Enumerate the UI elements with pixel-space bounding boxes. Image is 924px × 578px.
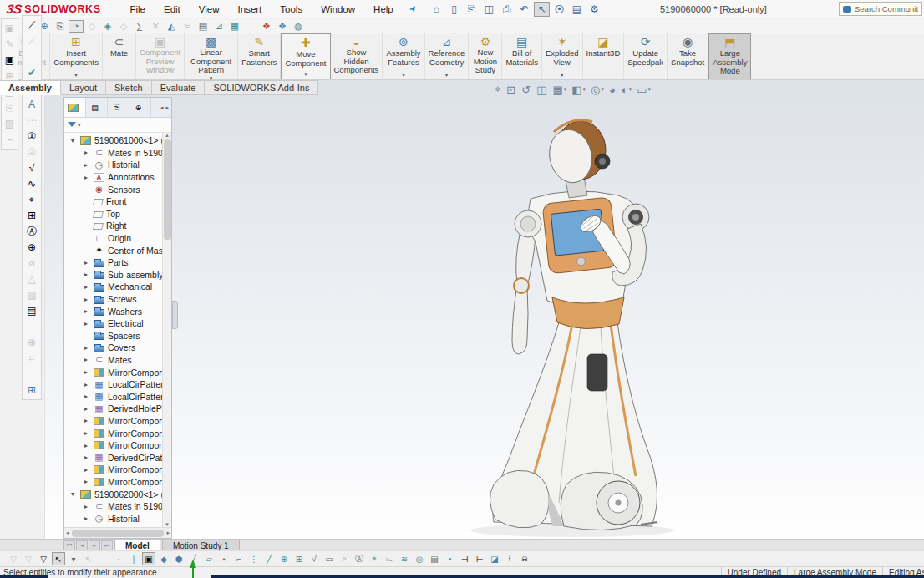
expand-arrow-icon[interactable]: ▸ (84, 283, 94, 291)
tree-item[interactable]: ▸ A Annotations (64, 171, 171, 184)
expand-arrow-icon[interactable]: ▸ (84, 503, 94, 510)
expand-arrow-icon[interactable]: ▸ (84, 271, 94, 278)
datum-feature-icon[interactable]: Ⓐ (24, 224, 40, 239)
search-community-box[interactable]: Search Community (839, 2, 922, 16)
expand-arrow-icon[interactable]: ▸ (84, 296, 94, 303)
tree-item[interactable]: ▸ ▦ DerivedCirPatte (64, 451, 171, 464)
command-button[interactable]: ⊂ Mate (103, 33, 136, 79)
zoom-to-area-icon[interactable]: ⊡ (506, 84, 516, 96)
command-button[interactable]: ✎ Smart Fasteners (238, 33, 281, 79)
note-box-icon[interactable]: ▣ (2, 21, 18, 36)
command-button[interactable]: ▣ Component Preview Window (136, 33, 185, 79)
tree-item[interactable]: Right (64, 220, 171, 232)
view-orientation-icon[interactable]: ▦▾ (552, 84, 566, 96)
expand-arrow-icon[interactable]: ▸ (84, 307, 94, 315)
tree-horizontal-scrollbar[interactable]: ◂ ▸ (64, 527, 171, 538)
expand-arrow-icon[interactable]: ▸ (84, 149, 94, 156)
tree-item[interactable]: ▸ MirrorCompone (64, 427, 171, 439)
menu-item[interactable]: Tools (271, 0, 312, 18)
compare-icon[interactable]: ≍ (180, 20, 195, 33)
expand-arrow-icon[interactable]: ▸ (84, 381, 94, 388)
tree-item[interactable]: ▾ 5190061000<1> (0< (64, 134, 171, 147)
print-icon[interactable]: ⎙ (499, 2, 515, 17)
select-cursor-icon[interactable]: ↖ (534, 2, 550, 17)
mass-properties-icon[interactable]: ◭ (164, 20, 179, 33)
scroll-up-icon[interactable]: ▲ (165, 133, 170, 138)
undo-icon[interactable]: ↶ (516, 2, 532, 17)
menu-item[interactable]: Window (312, 0, 364, 18)
filter-pipe-points-icon[interactable]: ⍿ (503, 552, 516, 565)
previous-button[interactable]: ◂ (76, 540, 88, 550)
scrollbar-thumb[interactable] (164, 139, 171, 240)
filter-vertices-icon[interactable]: · (112, 552, 125, 565)
filter-edges-icon[interactable]: ∣ (127, 552, 140, 565)
note-active-icon[interactable]: ▣ (2, 53, 18, 68)
command-button[interactable]: ▤ Bill of Materials (502, 33, 542, 79)
filter-midpoints-icon[interactable]: ⋮ (247, 552, 261, 565)
hole-callout-icon[interactable]: ⌖ (24, 192, 40, 207)
command-button[interactable]: ✶ Exploded View ▾ (542, 33, 583, 79)
filter-caret-icon[interactable]: ▾ (78, 122, 81, 129)
tree-item[interactable]: ▸ MirrorCompone (64, 366, 171, 378)
scroll-left-icon[interactable]: ◂ (66, 530, 69, 536)
tree-item[interactable]: ▾ 5190062000<1> (To (64, 488, 171, 500)
filter-datums-icon[interactable]: ⌖ (368, 552, 381, 565)
expand-arrow-icon[interactable]: ▸ (84, 515, 94, 522)
featuremanager-tab[interactable] (64, 98, 86, 117)
go-to-end-button[interactable]: ⏭ (101, 540, 113, 550)
expand-arrow-icon[interactable]: ▾ (71, 490, 80, 498)
equations-icon[interactable]: ∑ (132, 20, 147, 33)
filter-routing-points-icon[interactable]: ⊢ (473, 552, 486, 565)
file-properties-icon[interactable]: ▤ (569, 2, 585, 17)
save-icon[interactable]: ◫ (481, 2, 497, 17)
preview-window-icon[interactable]: ⎘ (53, 20, 68, 33)
sep[interactable] (97, 552, 110, 565)
sep3[interactable] (24, 367, 40, 382)
command-button[interactable]: ⬒ Large Assembly Mode (708, 33, 751, 79)
filter-surface-finish-icon[interactable]: √ (307, 552, 321, 565)
tree-item[interactable]: Front (64, 195, 171, 208)
command-button[interactable]: ⚙ New Motion Study (469, 33, 502, 79)
previous-view-icon[interactable]: ↺ (521, 84, 531, 96)
scroll-down-icon[interactable]: ▼ (165, 522, 170, 527)
expand-arrow-icon[interactable]: ▸ (84, 442, 94, 449)
tree-item[interactable]: ▸ Electrical (64, 317, 171, 330)
centerline-icon[interactable]: ⌗ (24, 351, 40, 366)
filter-balloons-icon[interactable]: Ⓐ (353, 552, 366, 565)
expand-arrow-icon[interactable]: ▾ (71, 137, 80, 144)
filter-notes-icon[interactable]: ⌕ (338, 552, 351, 565)
balloon-icon[interactable]: ① (24, 129, 40, 144)
appearance-icon[interactable]: ❖ (259, 20, 274, 33)
menu-item[interactable]: View (190, 0, 229, 18)
tree-item[interactable]: ▸ MirrorCompone (64, 476, 171, 489)
geometric-tolerance-icon[interactable]: ⊞ (24, 208, 40, 223)
linear-note-pattern-icon[interactable]: ⋯ (24, 113, 40, 128)
tree-item[interactable]: Top (64, 208, 171, 221)
command-button[interactable]: ◒ Show Hidden Components (331, 33, 383, 79)
model-tab[interactable]: Model (114, 540, 160, 550)
tree-item[interactable]: ▸ MirrorCompone (64, 464, 171, 476)
filter-centerline-icon[interactable]: ⊕ (277, 552, 291, 565)
zoom-to-fit-icon[interactable]: ⌖ (495, 83, 501, 96)
hidden-cube-icon[interactable]: ◇ (84, 20, 99, 33)
expand-arrow-icon[interactable]: ▸ (84, 344, 94, 352)
export-table-icon[interactable]: ▦ (227, 20, 242, 33)
doc-properties-icon[interactable]: ▤ (195, 20, 211, 33)
tree-item[interactable]: ∟ Origin (64, 232, 171, 245)
filter-funnel-icon[interactable] (68, 122, 76, 131)
robot-model[interactable] (447, 109, 748, 539)
filter-sketch-segments-icon[interactable]: ⌐ (232, 552, 246, 565)
scene-sphere-icon[interactable]: ◍ (291, 20, 306, 33)
lasso-select-icon[interactable]: ↖ (82, 552, 95, 565)
tree-item[interactable]: ▸ ▦ LocalCirPattern (64, 378, 171, 391)
block-icon[interactable]: ⌀ (24, 256, 40, 271)
apply-scene-icon[interactable]: ◐▾ (622, 84, 632, 96)
filter-geometric-tolerance-icon[interactable]: ▭ (322, 552, 336, 565)
propertymanager-tab[interactable]: ▤ (86, 98, 108, 117)
picture-icon[interactable]: ▤ (24, 303, 40, 318)
options-gear-icon[interactable]: ⚙ (586, 2, 602, 17)
ribbon-tab[interactable]: SOLIDWORKS Add-Ins (205, 80, 318, 95)
check-cube-icon[interactable]: ◇ (116, 20, 131, 33)
material-icon[interactable]: ❖ (275, 20, 290, 33)
tree-item[interactable]: ▸ MirrorCompone (64, 439, 171, 452)
